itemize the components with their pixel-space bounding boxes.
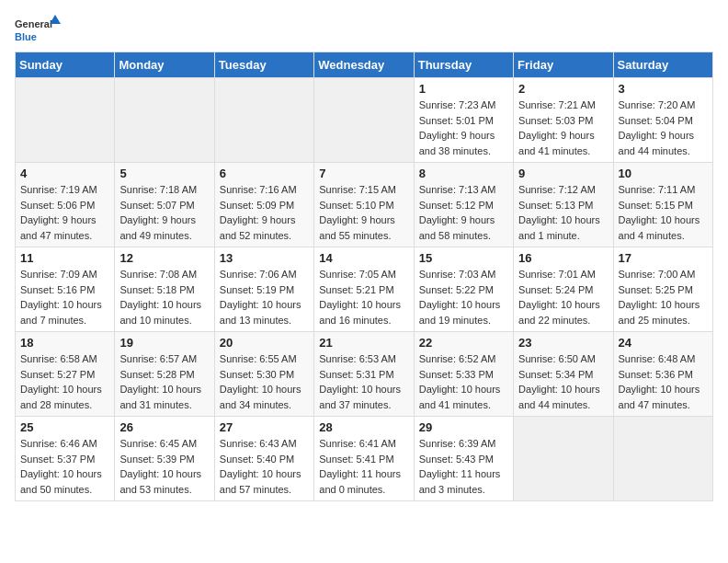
day-info: Sunrise: 7:15 AM Sunset: 5:10 PM Dayligh… <box>319 182 408 243</box>
day-info: Sunrise: 6:43 AM Sunset: 5:40 PM Dayligh… <box>220 436 309 497</box>
day-number: 5 <box>119 167 209 180</box>
day-cell: 17Sunrise: 7:00 AM Sunset: 5:25 PM Dayli… <box>613 247 712 332</box>
day-number: 17 <box>619 251 708 265</box>
day-info: Sunrise: 6:48 AM Sunset: 5:36 PM Dayligh… <box>619 351 708 412</box>
day-cell: 1Sunrise: 7:23 AM Sunset: 5:01 PM Daylig… <box>414 78 513 163</box>
day-cell: 8Sunrise: 7:13 AM Sunset: 5:12 PM Daylig… <box>414 163 513 247</box>
day-info: Sunrise: 7:03 AM Sunset: 5:22 PM Dayligh… <box>419 267 508 327</box>
day-info: Sunrise: 7:11 AM Sunset: 5:15 PM Dayligh… <box>619 182 708 243</box>
day-info: Sunrise: 7:05 AM Sunset: 5:21 PM Dayligh… <box>319 267 408 327</box>
day-cell: 24Sunrise: 6:48 AM Sunset: 5:36 PM Dayli… <box>613 332 712 417</box>
day-cell: 11Sunrise: 7:09 AM Sunset: 5:16 PM Dayli… <box>16 247 115 332</box>
day-number: 1 <box>419 82 508 96</box>
day-info: Sunrise: 6:50 AM Sunset: 5:34 PM Dayligh… <box>518 351 608 412</box>
day-info: Sunrise: 7:08 AM Sunset: 5:18 PM Dayligh… <box>119 267 209 327</box>
day-info: Sunrise: 7:23 AM Sunset: 5:01 PM Dayligh… <box>419 98 508 158</box>
header-row: SundayMondayTuesdayWednesdayThursdayFrid… <box>16 52 713 78</box>
day-cell: 25Sunrise: 6:46 AM Sunset: 5:37 PM Dayli… <box>16 417 115 501</box>
day-number: 15 <box>419 251 508 265</box>
day-info: Sunrise: 6:53 AM Sunset: 5:31 PM Dayligh… <box>319 351 408 412</box>
day-number: 29 <box>419 420 508 434</box>
logo: General Blue <box>15 15 61 44</box>
day-cell: 23Sunrise: 6:50 AM Sunset: 5:34 PM Dayli… <box>514 332 613 417</box>
day-cell <box>314 78 414 163</box>
day-cell: 10Sunrise: 7:11 AM Sunset: 5:15 PM Dayli… <box>613 163 712 247</box>
day-number: 11 <box>20 251 109 265</box>
logo-svg: General Blue <box>15 15 61 44</box>
week-row-5: 25Sunrise: 6:46 AM Sunset: 5:37 PM Dayli… <box>16 417 713 501</box>
day-number: 14 <box>319 251 408 265</box>
column-header-wednesday: Wednesday <box>314 52 414 78</box>
day-info: Sunrise: 6:41 AM Sunset: 5:41 PM Dayligh… <box>319 436 408 497</box>
day-number: 4 <box>20 167 109 180</box>
day-cell <box>16 78 115 163</box>
week-row-3: 11Sunrise: 7:09 AM Sunset: 5:16 PM Dayli… <box>16 247 713 332</box>
day-number: 23 <box>518 336 608 350</box>
day-cell: 26Sunrise: 6:45 AM Sunset: 5:39 PM Dayli… <box>115 417 214 501</box>
day-number: 26 <box>119 420 209 434</box>
column-header-tuesday: Tuesday <box>214 52 313 78</box>
day-cell <box>514 417 613 501</box>
day-number: 20 <box>220 336 309 350</box>
day-cell: 15Sunrise: 7:03 AM Sunset: 5:22 PM Dayli… <box>414 247 513 332</box>
day-cell <box>613 417 712 501</box>
calendar-header: SundayMondayTuesdayWednesdayThursdayFrid… <box>16 52 713 78</box>
day-number: 16 <box>518 251 608 265</box>
calendar-table: SundayMondayTuesdayWednesdayThursdayFrid… <box>15 52 713 501</box>
day-info: Sunrise: 6:55 AM Sunset: 5:30 PM Dayligh… <box>220 351 309 412</box>
day-info: Sunrise: 6:39 AM Sunset: 5:43 PM Dayligh… <box>419 436 508 497</box>
day-cell: 2Sunrise: 7:21 AM Sunset: 5:03 PM Daylig… <box>514 78 613 163</box>
day-number: 10 <box>619 167 708 180</box>
day-number: 22 <box>419 336 508 350</box>
day-cell: 21Sunrise: 6:53 AM Sunset: 5:31 PM Dayli… <box>314 332 414 417</box>
day-number: 18 <box>20 336 109 350</box>
header: General Blue <box>15 15 713 44</box>
day-cell: 27Sunrise: 6:43 AM Sunset: 5:40 PM Dayli… <box>214 417 313 501</box>
day-info: Sunrise: 7:16 AM Sunset: 5:09 PM Dayligh… <box>220 182 309 243</box>
day-cell: 18Sunrise: 6:58 AM Sunset: 5:27 PM Dayli… <box>16 332 115 417</box>
day-number: 21 <box>319 336 408 350</box>
day-cell: 29Sunrise: 6:39 AM Sunset: 5:43 PM Dayli… <box>414 417 513 501</box>
day-cell: 13Sunrise: 7:06 AM Sunset: 5:19 PM Dayli… <box>214 247 313 332</box>
column-header-monday: Monday <box>115 52 214 78</box>
column-header-saturday: Saturday <box>613 52 712 78</box>
day-number: 19 <box>119 336 209 350</box>
day-info: Sunrise: 7:00 AM Sunset: 5:25 PM Dayligh… <box>619 267 708 327</box>
svg-text:Blue: Blue <box>15 31 37 42</box>
day-info: Sunrise: 7:12 AM Sunset: 5:13 PM Dayligh… <box>518 182 608 243</box>
day-info: Sunrise: 6:45 AM Sunset: 5:39 PM Dayligh… <box>119 436 209 497</box>
day-number: 25 <box>20 420 109 434</box>
day-number: 6 <box>220 167 309 180</box>
day-cell: 12Sunrise: 7:08 AM Sunset: 5:18 PM Dayli… <box>115 247 214 332</box>
day-info: Sunrise: 6:52 AM Sunset: 5:33 PM Dayligh… <box>419 351 508 412</box>
day-cell: 4Sunrise: 7:19 AM Sunset: 5:06 PM Daylig… <box>16 163 115 247</box>
day-info: Sunrise: 7:13 AM Sunset: 5:12 PM Dayligh… <box>419 182 508 243</box>
day-number: 24 <box>619 336 708 350</box>
day-number: 9 <box>518 167 608 180</box>
day-number: 28 <box>319 420 408 434</box>
day-info: Sunrise: 7:18 AM Sunset: 5:07 PM Dayligh… <box>119 182 209 243</box>
day-cell: 9Sunrise: 7:12 AM Sunset: 5:13 PM Daylig… <box>514 163 613 247</box>
day-cell: 16Sunrise: 7:01 AM Sunset: 5:24 PM Dayli… <box>514 247 613 332</box>
svg-text:General: General <box>15 18 52 29</box>
day-info: Sunrise: 7:09 AM Sunset: 5:16 PM Dayligh… <box>20 267 109 327</box>
day-cell: 19Sunrise: 6:57 AM Sunset: 5:28 PM Dayli… <box>115 332 214 417</box>
calendar-body: 1Sunrise: 7:23 AM Sunset: 5:01 PM Daylig… <box>16 78 713 501</box>
day-cell: 7Sunrise: 7:15 AM Sunset: 5:10 PM Daylig… <box>314 163 414 247</box>
day-number: 13 <box>220 251 309 265</box>
day-info: Sunrise: 7:21 AM Sunset: 5:03 PM Dayligh… <box>518 98 608 158</box>
column-header-thursday: Thursday <box>414 52 513 78</box>
day-cell: 6Sunrise: 7:16 AM Sunset: 5:09 PM Daylig… <box>214 163 313 247</box>
day-cell: 14Sunrise: 7:05 AM Sunset: 5:21 PM Dayli… <box>314 247 414 332</box>
day-cell: 5Sunrise: 7:18 AM Sunset: 5:07 PM Daylig… <box>115 163 214 247</box>
day-info: Sunrise: 6:46 AM Sunset: 5:37 PM Dayligh… <box>20 436 109 497</box>
day-number: 7 <box>319 167 408 180</box>
day-cell: 22Sunrise: 6:52 AM Sunset: 5:33 PM Dayli… <box>414 332 513 417</box>
day-number: 8 <box>419 167 508 180</box>
week-row-1: 1Sunrise: 7:23 AM Sunset: 5:01 PM Daylig… <box>16 78 713 163</box>
day-info: Sunrise: 6:58 AM Sunset: 5:27 PM Dayligh… <box>20 351 109 412</box>
day-cell: 28Sunrise: 6:41 AM Sunset: 5:41 PM Dayli… <box>314 417 414 501</box>
day-info: Sunrise: 6:57 AM Sunset: 5:28 PM Dayligh… <box>119 351 209 412</box>
day-cell: 3Sunrise: 7:20 AM Sunset: 5:04 PM Daylig… <box>613 78 712 163</box>
week-row-4: 18Sunrise: 6:58 AM Sunset: 5:27 PM Dayli… <box>16 332 713 417</box>
